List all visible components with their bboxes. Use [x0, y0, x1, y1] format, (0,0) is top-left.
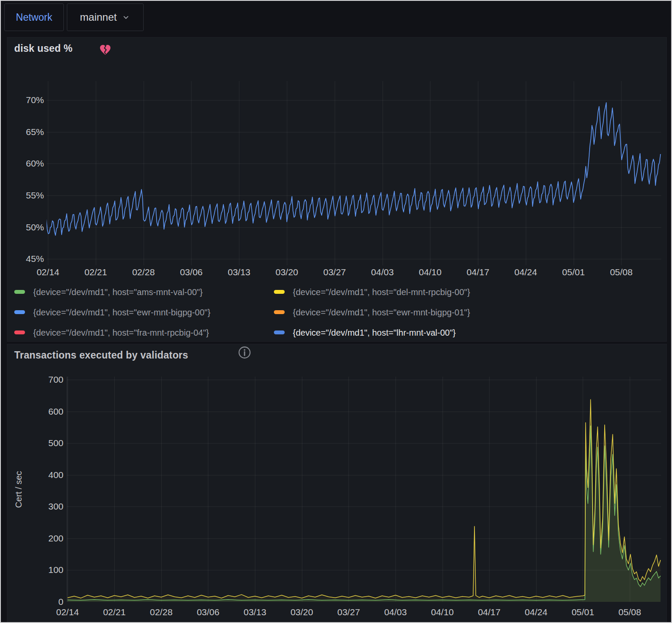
- x-tick-label: 04/24: [510, 607, 562, 617]
- x-tick-label: 05/08: [595, 267, 647, 277]
- legend-series-label: {device="/dev/md1", host="fra-mnt-rpcbig…: [33, 327, 209, 339]
- x-tick-label: 04/03: [357, 267, 408, 277]
- panel-tx-header: Transactions executed by validators: [7, 344, 666, 367]
- x-tick-label: 03/27: [309, 267, 361, 277]
- grafana-dashboard: Network mainnet disk used % {device="/de…: [0, 0, 672, 623]
- legend-series-label: {device="/dev/md1", host="ewr-mnt-bigpg-…: [293, 306, 470, 318]
- panel-disk-used: disk used % {device="/dev/md1", host="am…: [7, 37, 667, 342]
- broken-heart-alert-icon[interactable]: [99, 44, 112, 56]
- x-tick-label: 04/24: [500, 267, 552, 277]
- y-tick-label: 45%: [0, 254, 44, 264]
- x-tick-label: 05/01: [548, 267, 600, 277]
- y-tick-label: 600: [12, 406, 63, 417]
- x-tick-label: 05/01: [557, 607, 609, 617]
- disk-chart-legend: {device="/dev/md1", host="ams-mnt-val-00…: [7, 279, 666, 340]
- panel-disk-header: disk used %: [7, 38, 666, 60]
- legend-series-swatch: [14, 290, 25, 294]
- legend-series-label: {device="/dev/md1", host="ewr-mnt-bigpg-…: [33, 306, 210, 318]
- y-tick-label: 500: [12, 438, 63, 448]
- x-tick-label: 04/10: [404, 267, 456, 277]
- panel-title-transactions[interactable]: Transactions executed by validators: [14, 349, 188, 361]
- x-tick-label: 03/13: [229, 607, 281, 617]
- variable-network-dropdown[interactable]: mainnet: [67, 3, 144, 31]
- y-tick-label: 55%: [0, 190, 44, 201]
- legend-series-swatch: [274, 310, 285, 314]
- chevron-down-icon: [121, 13, 131, 22]
- legend-series-swatch: [274, 290, 285, 294]
- x-tick-label: 05/08: [604, 607, 656, 617]
- dashboard-toolbar: Network mainnet: [1, 1, 671, 35]
- variable-network-label-box[interactable]: Network: [4, 3, 64, 31]
- x-tick-label: 02/28: [135, 607, 187, 617]
- y-tick-label: 65%: [0, 127, 44, 137]
- y-tick-label: 60%: [0, 158, 44, 169]
- x-tick-label: 02/14: [22, 267, 74, 277]
- y-tick-label: 300: [12, 501, 63, 512]
- y-tick-label: 200: [12, 533, 63, 544]
- y-tick-label: 700: [12, 374, 63, 385]
- x-tick-label: 04/03: [370, 607, 421, 617]
- x-tick-label: 04/17: [452, 267, 504, 277]
- x-tick-label: 03/06: [165, 267, 217, 277]
- x-tick-label: 03/20: [261, 267, 313, 277]
- x-tick-label: 02/21: [70, 267, 122, 277]
- legend-series-swatch: [274, 330, 285, 334]
- info-icon[interactable]: [237, 345, 252, 360]
- y-tick-label: 400: [12, 470, 63, 480]
- x-tick-label: 04/10: [417, 607, 468, 617]
- legend-series-label: {device="/dev/md1", host="lhr-mnt-val-00…: [293, 327, 455, 339]
- x-tick-label: 03/27: [323, 607, 374, 617]
- x-tick-label: 02/21: [88, 607, 140, 617]
- variable-network-value[interactable]: mainnet: [80, 11, 116, 23]
- y-tick-label: 50%: [0, 222, 44, 233]
- x-tick-label: 03/20: [276, 607, 328, 617]
- x-tick-label: 03/06: [182, 607, 234, 617]
- disk-used-chart-canvas[interactable]: [47, 81, 661, 265]
- y-tick-label: 70%: [0, 95, 44, 105]
- legend-series-label: {device="/dev/md1", host="del-mnt-rpcbig…: [293, 286, 470, 298]
- legend-series-swatch: [14, 330, 25, 334]
- legend-series-label: {device="/dev/md1", host="ams-mnt-val-00…: [33, 286, 203, 298]
- y-tick-label: 0: [12, 597, 63, 607]
- legend-series-swatch: [14, 310, 25, 314]
- y-tick-label: 100: [12, 565, 63, 575]
- x-tick-label: 03/13: [213, 267, 265, 277]
- transactions-chart-canvas[interactable]: [67, 377, 661, 602]
- variable-network-label[interactable]: Network: [16, 12, 52, 23]
- x-tick-label: 02/28: [118, 267, 170, 277]
- panel-transactions: Transactions executed by validators Cert…: [7, 344, 667, 623]
- x-tick-label: 04/17: [463, 607, 515, 617]
- panel-title-disk[interactable]: disk used %: [14, 43, 72, 54]
- x-tick-label: 02/14: [42, 607, 94, 617]
